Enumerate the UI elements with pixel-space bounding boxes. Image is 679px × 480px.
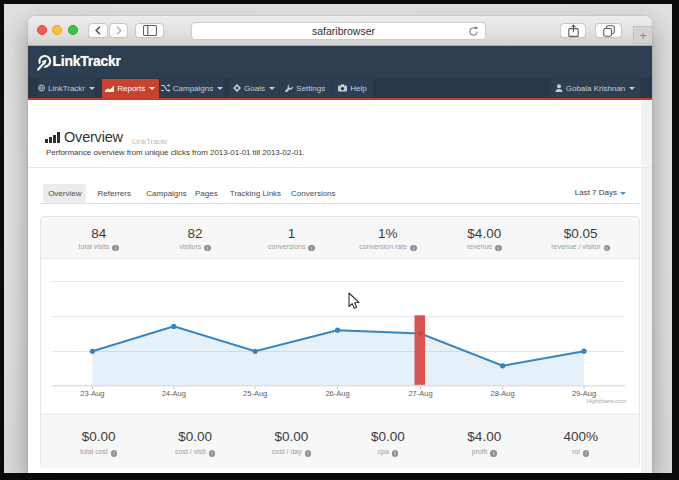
svg-text:24-Aug: 24-Aug: [162, 389, 186, 398]
svg-text:Highcharts.com: Highcharts.com: [586, 398, 626, 404]
svg-text:23-Aug: 23-Aug: [80, 389, 104, 398]
svg-text:26-Aug: 26-Aug: [325, 389, 349, 398]
svg-text:28-Aug: 28-Aug: [491, 389, 515, 398]
svg-text:27-Aug: 27-Aug: [408, 389, 432, 398]
svg-text:25-Aug: 25-Aug: [243, 389, 267, 398]
svg-text:29-Aug: 29-Aug: [572, 389, 596, 398]
